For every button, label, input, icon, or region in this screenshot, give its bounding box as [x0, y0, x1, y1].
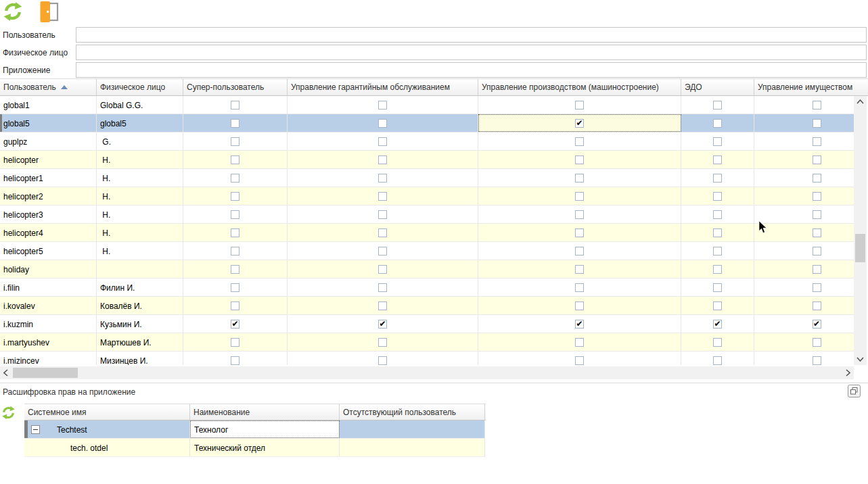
scroll-left-button[interactable] — [0, 366, 12, 379]
checkbox-production[interactable] — [575, 247, 584, 256]
table-row-helicopter2[interactable]: helicopter2 Н. — [0, 187, 854, 205]
bottom-column-header-2[interactable]: Отсутствующий пользователь — [340, 404, 485, 420]
checkbox-superuser[interactable] — [231, 265, 239, 274]
column-header-edo[interactable]: ЭДО — [681, 79, 754, 95]
checkbox-warranty[interactable] — [378, 338, 387, 347]
checkbox-checked-warranty[interactable]: ✔ — [378, 320, 387, 329]
restore-panel-button[interactable] — [848, 385, 861, 397]
column-header-warranty[interactable]: Управление гарантийным обслуживанием — [288, 79, 478, 95]
checkbox-property[interactable] — [813, 356, 821, 365]
checkbox-superuser[interactable] — [231, 101, 239, 110]
scroll-right-button[interactable] — [842, 366, 854, 379]
vertical-scrollbar-thumb[interactable] — [855, 234, 865, 262]
table-row-helicopter5[interactable]: helicopter5 Н. — [0, 242, 854, 260]
user-filter-input[interactable] — [76, 27, 867, 43]
checkbox-edo[interactable] — [713, 301, 722, 310]
checkbox-checked-superuser[interactable]: ✔ — [231, 320, 239, 329]
checkbox-property[interactable] — [813, 283, 821, 292]
checkbox-production[interactable] — [575, 228, 584, 237]
checkbox-warranty[interactable] — [378, 119, 387, 128]
checkbox-warranty[interactable] — [378, 265, 387, 274]
checkbox-superuser[interactable] — [231, 210, 239, 219]
checkbox-production[interactable] — [575, 137, 584, 146]
checkbox-warranty[interactable] — [378, 301, 387, 310]
checkbox-property[interactable] — [813, 228, 821, 237]
refresh-button[interactable] — [3, 1, 23, 24]
checkbox-edo[interactable] — [713, 192, 722, 201]
checkbox-production[interactable] — [575, 155, 584, 164]
table-row-i.mizincev[interactable]: i.mizincevМизинцев И. — [0, 352, 854, 365]
table-row-guplpz[interactable]: guplpz G. — [0, 132, 854, 151]
checkbox-superuser[interactable] — [231, 247, 239, 256]
app-rights-row-Techtest[interactable]: TechtestТехнолог — [24, 420, 485, 439]
checkbox-production[interactable] — [575, 101, 584, 110]
horizontal-scrollbar-thumb[interactable] — [13, 368, 78, 378]
checkbox-warranty[interactable] — [378, 356, 387, 365]
checkbox-warranty[interactable] — [378, 283, 387, 292]
checkbox-production[interactable] — [575, 192, 584, 201]
table-row-helicopter3[interactable]: helicopter3 Н. — [0, 205, 854, 224]
column-header-person[interactable]: Физическое лицо — [97, 79, 183, 95]
column-header-user[interactable]: Пользователь — [0, 79, 97, 95]
checkbox-checked-production[interactable]: ✔ — [575, 320, 584, 329]
checkbox-property[interactable] — [813, 301, 821, 310]
checkbox-property[interactable] — [813, 247, 821, 256]
horizontal-scrollbar[interactable] — [0, 366, 854, 379]
checkbox-warranty[interactable] — [378, 210, 387, 219]
table-row-helicopter4[interactable]: helicopter4 Н. — [0, 224, 854, 242]
checkbox-checked-production[interactable]: ✔ — [575, 119, 584, 128]
table-row-i.kuzmin[interactable]: i.kuzminКузьмин И.✔✔✔✔✔ — [0, 315, 854, 333]
checkbox-warranty[interactable] — [378, 155, 387, 164]
checkbox-superuser[interactable] — [231, 228, 239, 237]
checkbox-edo[interactable] — [713, 356, 722, 365]
checkbox-property[interactable] — [813, 174, 821, 183]
checkbox-production[interactable] — [575, 265, 584, 274]
checkbox-production[interactable] — [575, 356, 584, 365]
checkbox-property[interactable] — [813, 265, 821, 274]
table-row-global5[interactable]: global5global5✔ — [0, 114, 854, 132]
table-row-helicopter1[interactable]: helicopter1 Н. — [0, 169, 854, 187]
checkbox-property[interactable] — [813, 192, 821, 201]
checkbox-edo[interactable] — [713, 338, 722, 347]
checkbox-warranty[interactable] — [378, 174, 387, 183]
table-row-i.kovalev[interactable]: i.kovalevКовалёв И. — [0, 297, 854, 315]
checkbox-production[interactable] — [575, 338, 584, 347]
table-row-holiday[interactable]: holiday — [0, 260, 854, 279]
checkbox-superuser[interactable] — [231, 174, 239, 183]
checkbox-superuser[interactable] — [231, 119, 239, 128]
bottom-column-header-0[interactable]: Системное имя — [24, 404, 190, 420]
column-header-property[interactable]: Управление имуществом — [754, 79, 868, 95]
checkbox-edo[interactable] — [713, 101, 722, 110]
checkbox-warranty[interactable] — [378, 228, 387, 237]
checkbox-property[interactable] — [813, 119, 821, 128]
checkbox-edo[interactable] — [713, 155, 722, 164]
checkbox-warranty[interactable] — [378, 247, 387, 256]
checkbox-edo[interactable] — [713, 210, 722, 219]
person-filter-input[interactable] — [76, 45, 867, 60]
checkbox-edo[interactable] — [713, 137, 722, 146]
bottom-refresh-button[interactable] — [1, 406, 16, 422]
checkbox-superuser[interactable] — [231, 356, 239, 365]
checkbox-edo[interactable] — [713, 265, 722, 274]
app-rights-row-tech-otdel[interactable]: tech. otdelТехнический отдел — [24, 439, 485, 457]
scroll-up-button[interactable] — [854, 96, 867, 107]
checkbox-production[interactable] — [575, 283, 584, 292]
table-row-i.martyushev[interactable]: i.martyushevМартюшев И. — [0, 333, 854, 352]
checkbox-production[interactable] — [575, 301, 584, 310]
checkbox-superuser[interactable] — [231, 283, 239, 292]
checkbox-superuser[interactable] — [231, 338, 239, 347]
checkbox-superuser[interactable] — [231, 192, 239, 201]
bottom-column-header-1[interactable]: Наименование — [190, 404, 340, 420]
checkbox-property[interactable] — [813, 101, 821, 110]
checkbox-property[interactable] — [813, 155, 821, 164]
application-filter-input[interactable] — [76, 62, 867, 78]
checkbox-checked-property[interactable]: ✔ — [813, 320, 821, 329]
column-header-superuser[interactable]: Супер-пользователь — [183, 79, 288, 95]
checkbox-edo[interactable] — [713, 228, 722, 237]
exit-button[interactable] — [37, 1, 60, 25]
checkbox-property[interactable] — [813, 137, 821, 146]
scroll-down-button[interactable] — [854, 354, 867, 365]
checkbox-edo[interactable] — [713, 283, 722, 292]
checkbox-checked-edo[interactable]: ✔ — [713, 320, 722, 329]
checkbox-property[interactable] — [813, 338, 821, 347]
